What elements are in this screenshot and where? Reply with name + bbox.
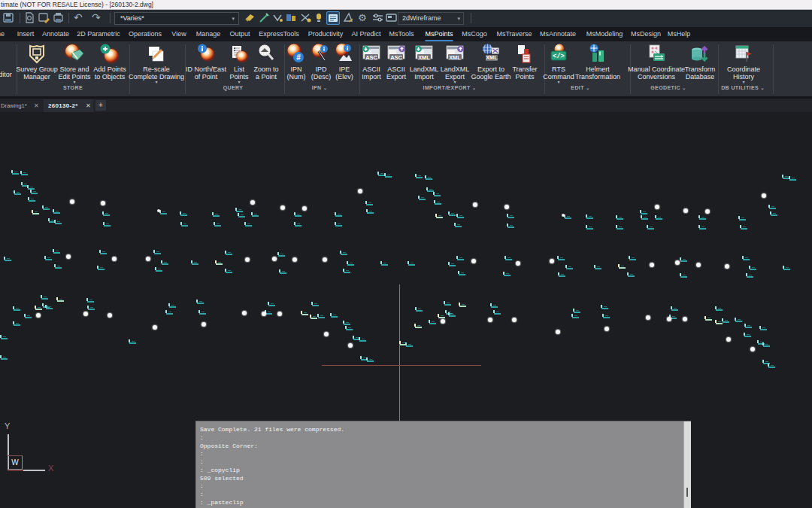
- svg-text:</>: </>: [553, 53, 564, 60]
- svg-text:XML: XML: [449, 54, 461, 61]
